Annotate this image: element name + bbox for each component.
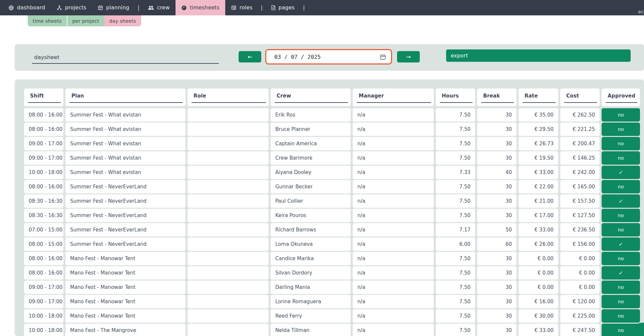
approved-toggle-button[interactable]: no: [602, 108, 640, 122]
cell-crew: Darling Mania: [271, 281, 351, 294]
approved-cell: no: [602, 137, 640, 150]
column-header-approved[interactable]: Approved: [602, 89, 640, 106]
cell-shift: 09:00 - 17:00: [24, 295, 63, 308]
cell-hours: 7.33: [436, 166, 475, 179]
cell-crew: Lorine Romaguera: [271, 295, 351, 308]
cell-cost: € 236.50: [560, 223, 600, 236]
approved-cell: no: [602, 108, 640, 122]
approved-toggle-button[interactable]: no: [602, 180, 640, 193]
cell-brk: 30: [477, 123, 517, 136]
cell-role: [188, 166, 269, 179]
cell-brk: 50: [477, 223, 517, 236]
previous-day-button[interactable]: ←: [239, 51, 261, 62]
cell-crew: Paul Collier: [271, 194, 351, 208]
approved-toggle-button[interactable]: no: [602, 252, 640, 265]
tab-time-sheets[interactable]: time sheets: [28, 15, 67, 26]
approved-cell: ✓: [602, 266, 640, 280]
column-header-shift[interactable]: Shift: [24, 89, 63, 106]
column-header-role[interactable]: Role: [188, 89, 269, 106]
cell-hours: 7.50: [436, 123, 475, 136]
cell-shift: 10:00 - 18:00: [24, 324, 63, 336]
approved-toggle-button[interactable]: ✓: [602, 237, 640, 251]
approved-toggle-button[interactable]: no: [602, 137, 640, 150]
cell-brk: 30: [477, 151, 517, 165]
approved-cell: no: [602, 295, 640, 308]
cell-manager: n/a: [353, 223, 434, 236]
approved-cell: no: [602, 252, 640, 265]
list-table-icon: [231, 5, 237, 10]
approved-toggle-button[interactable]: no: [602, 309, 640, 323]
column-header-crew[interactable]: Crew: [271, 89, 351, 106]
approved-toggle-button[interactable]: no: [602, 209, 640, 222]
cell-manager: n/a: [353, 266, 434, 280]
cell-rate: € 21.00: [519, 194, 558, 208]
cell-rate: € 0.00: [519, 281, 558, 294]
approved-toggle-button[interactable]: ✓: [602, 166, 640, 179]
next-day-button[interactable]: →: [397, 51, 420, 62]
nav-item-label: pages: [279, 5, 295, 11]
column-header-hours[interactable]: Hours: [436, 89, 475, 106]
cell-hours: 7.50: [436, 266, 475, 280]
approved-toggle-button[interactable]: no: [602, 223, 640, 236]
column-header-brk[interactable]: Break: [477, 89, 517, 106]
cell-cost: € 0.00: [560, 281, 600, 294]
sheet-name-input[interactable]: [32, 52, 219, 64]
globe-icon: [8, 5, 14, 11]
approved-toggle-button[interactable]: ✓: [602, 194, 640, 208]
column-header-label: Shift: [30, 93, 44, 99]
cell-role: [188, 209, 269, 222]
approved-cell: no: [602, 123, 640, 136]
cell-plan: Mano Fest - Manowar Tent: [65, 252, 186, 265]
column-header-underline: [28, 102, 61, 103]
export-button-label: export: [451, 53, 468, 59]
column-header-underline: [357, 102, 431, 103]
cell-crew: Richard Barrows: [271, 223, 351, 236]
cell-shift: 08:30 - 16:30: [24, 194, 63, 208]
account-link[interactable]: acc: [638, 9, 644, 14]
nav-item-dashboard[interactable]: dashboard: [3, 0, 51, 15]
nav-divider: |: [135, 0, 142, 15]
cell-role: [188, 223, 269, 236]
cell-crew: Nelda Tillman: [271, 324, 351, 336]
tab-day-sheets[interactable]: day sheets: [104, 15, 141, 26]
cell-role: [188, 266, 269, 280]
arrow-left-icon: ←: [248, 53, 252, 60]
cell-plan: Summer Fest - NeverEverLand: [65, 237, 186, 251]
approved-toggle-button[interactable]: no: [602, 295, 640, 308]
tab-per-project[interactable]: per project: [67, 15, 104, 26]
column-header-label: Break: [483, 93, 500, 99]
approved-toggle-button[interactable]: no: [602, 151, 640, 165]
date-input[interactable]: 03 / 07 / 2025: [265, 49, 392, 64]
approved-cell: no: [602, 209, 640, 222]
column-header-rate[interactable]: Rate: [519, 89, 558, 106]
approved-toggle-button[interactable]: no: [602, 123, 640, 136]
cell-brk: 40: [477, 166, 517, 179]
column-header-manager[interactable]: Manager: [353, 89, 434, 106]
column-header-label: Rate: [525, 93, 538, 99]
cell-cost: € 156.00: [560, 237, 600, 251]
cell-shift: 08:00 - 16:00: [24, 252, 63, 265]
nav-item-roles[interactable]: roles: [225, 0, 258, 15]
nav-item-pages[interactable]: pages: [265, 0, 300, 15]
nav-item-planning[interactable]: planning: [92, 0, 135, 15]
nav-divider: |: [258, 0, 265, 15]
cell-role: [188, 151, 269, 165]
cell-plan: Summer Fest - What evistan: [65, 108, 186, 122]
cell-crew: Gunnar Becker: [271, 180, 351, 193]
cell-rate: € 0.00: [519, 266, 558, 280]
approved-toggle-button[interactable]: no: [602, 281, 640, 294]
cell-crew: Crew Barimore: [271, 151, 351, 165]
cell-cost: € 165.00: [560, 180, 600, 193]
nav-item-timesheets[interactable]: timesheets: [176, 0, 225, 15]
calendar-picker-icon[interactable]: [380, 54, 386, 60]
column-header-cost[interactable]: Cost: [560, 89, 600, 106]
cell-manager: n/a: [353, 309, 434, 323]
column-header-plan[interactable]: Plan: [65, 89, 186, 106]
export-button[interactable]: export: [446, 49, 631, 62]
column-header-underline: [606, 102, 637, 103]
nav-item-crew[interactable]: crew: [142, 0, 176, 15]
approved-toggle-button[interactable]: ✓: [602, 266, 640, 280]
cell-plan: Summer Fest - What evistan: [65, 151, 186, 165]
cell-role: [188, 295, 269, 308]
nav-item-projects[interactable]: projects: [51, 0, 92, 15]
